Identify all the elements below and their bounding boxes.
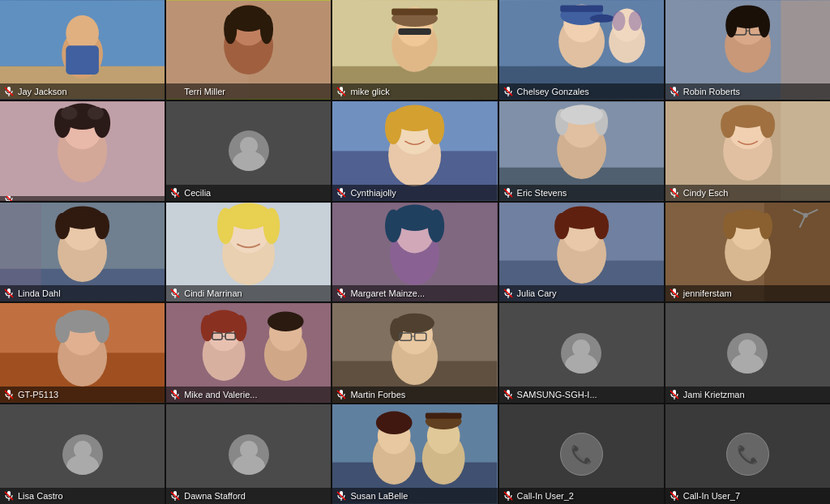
tile-robin-roberts[interactable]: Robin Roberts — [665, 0, 830, 100]
tile-callin-user-7[interactable]: 📞 Call-In User_7 — [665, 404, 830, 504]
avatar-circle — [727, 333, 768, 374]
avatar-body — [731, 353, 764, 374]
participant-label: Cindi Marrinan — [166, 285, 331, 301]
participant-name: Cindy Esch — [683, 188, 729, 198]
svg-point-130 — [554, 212, 569, 239]
avatar-circle — [229, 130, 269, 171]
svg-point-112 — [263, 207, 280, 244]
svg-point-91 — [721, 111, 735, 138]
participant-label: Mike and Valerie... — [166, 387, 331, 403]
participant-label: Robin Roberts — [665, 83, 830, 100]
tile-eric-stevens[interactable]: Eric Stevens — [499, 101, 664, 201]
tile-susan-labelle[interactable]: Susan LaBelle — [332, 404, 497, 504]
participant-label: Cindy Esch — [665, 185, 830, 201]
participant-label: jenniferstam — [665, 285, 830, 301]
phone-icon-large: 📞 — [559, 432, 604, 476]
tile-mike-glick[interactable]: mike glick — [332, 0, 497, 100]
tile-dawna-stafford[interactable]: Dawna Stafford — [166, 404, 331, 504]
mic-muted-icon — [169, 288, 181, 299]
tile-cecilia[interactable]: Cecilia — [166, 101, 331, 201]
mic-muted-icon — [3, 389, 15, 400]
svg-point-120 — [385, 209, 401, 242]
participant-label: Dawna Stafford — [166, 488, 331, 504]
svg-point-14 — [260, 15, 273, 45]
tile-gt-p5113[interactable]: GT-P5113 — [0, 303, 165, 403]
mic-muted-icon — [169, 389, 181, 400]
participant-label: Jami Krietzman — [665, 387, 830, 403]
svg-point-131 — [593, 212, 608, 239]
svg-point-72 — [428, 111, 444, 144]
mic-muted-icon — [669, 389, 680, 400]
tile-callin-user-2[interactable]: 📞 Call-In User_2 — [499, 404, 664, 504]
participant-label — [0, 196, 165, 201]
svg-point-82 — [560, 105, 603, 124]
mic-muted-icon — [3, 86, 15, 97]
svg-point-154 — [55, 317, 70, 344]
tile-jay-jackson[interactable]: Jay Jackson — [0, 0, 165, 100]
participant-name: Mike and Valerie... — [184, 390, 257, 399]
mic-muted-icon — [669, 86, 680, 97]
participant-name: Terri Miller — [184, 87, 225, 96]
participant-name: Margaret Mainze... — [350, 288, 425, 298]
svg-point-71 — [385, 111, 401, 144]
tile-mike-and-valerie[interactable]: Mike and Valerie... — [166, 303, 331, 403]
tile-lisa-castro[interactable]: Lisa Castro — [0, 404, 165, 504]
video-grid: Jay Jackson Terri Miller — [0, 0, 830, 504]
tile-terri-miller[interactable]: Terri Miller — [166, 0, 331, 100]
svg-rect-206 — [426, 413, 462, 419]
participant-label: GT-P5113 — [0, 387, 165, 403]
participant-name: Cecilia — [184, 188, 211, 198]
tile-linda-dahl[interactable]: Linda Dahl — [0, 203, 165, 302]
svg-point-47 — [725, 13, 737, 37]
tile-samsung-sgh[interactable]: SAMSUNG-SGH-I... — [499, 303, 664, 403]
tile-jenniferstam[interactable]: jenniferstam — [665, 203, 830, 302]
tile-jami-krietzman[interactable]: Jami Krietzman — [665, 303, 830, 403]
tile-julia-cary[interactable]: Julia Cary — [499, 203, 664, 302]
mic-muted-icon — [3, 196, 15, 201]
svg-point-34 — [612, 11, 625, 31]
mic-muted-icon — [503, 389, 514, 400]
participant-name: Cindi Marrinan — [184, 288, 242, 298]
svg-rect-4 — [66, 45, 99, 75]
participant-name: Jay Jackson — [18, 87, 67, 96]
participant-label: Call-In User_7 — [665, 488, 830, 504]
tile-chelsey-gonzales[interactable]: Chelsey Gonzales — [499, 0, 664, 100]
mic-muted-icon — [503, 187, 514, 199]
svg-point-13 — [224, 15, 237, 45]
svg-point-92 — [760, 111, 775, 138]
participant-label: Cynthiajolly — [332, 185, 497, 201]
participant-label: Lisa Castro — [0, 488, 165, 504]
participant-name: Jami Krietzman — [683, 390, 745, 399]
svg-point-31 — [589, 15, 614, 23]
tile-cynthiajolly[interactable]: Cynthiajolly — [332, 101, 497, 201]
tile-margaret-mainze[interactable]: Margaret Mainze... — [332, 203, 497, 302]
mic-muted-icon — [336, 86, 347, 97]
participant-label: Terri Miller — [166, 83, 331, 100]
svg-point-111 — [217, 207, 233, 244]
participant-label: SAMSUNG-SGH-I... — [499, 387, 664, 403]
participant-name: Call-In User_7 — [683, 491, 740, 501]
tile-martin-forbes[interactable]: Martin Forbes — [332, 303, 497, 403]
participant-name: Linda Dahl — [18, 288, 61, 298]
svg-text:📞: 📞 — [571, 443, 593, 465]
svg-point-48 — [759, 13, 770, 37]
participant-label: Jay Jackson — [0, 83, 165, 100]
participant-label: Chelsey Gonzales — [499, 83, 664, 100]
svg-point-35 — [628, 11, 641, 31]
participant-name: Martin Forbes — [350, 390, 405, 399]
avatar-body — [233, 455, 265, 475]
svg-rect-21 — [399, 28, 432, 35]
avatar-circle — [229, 434, 269, 475]
mic-muted-icon — [503, 288, 514, 299]
tile-cindi-marrinan[interactable]: Cindi Marrinan — [166, 203, 331, 302]
participant-name: Call-In User_2 — [517, 491, 574, 501]
participant-label: Julia Cary — [499, 285, 664, 301]
svg-rect-20 — [392, 9, 439, 15]
mic-muted-icon — [669, 187, 680, 199]
tile-cindy-esch[interactable]: Cindy Esch — [665, 101, 830, 201]
participant-label: mike glick — [332, 83, 497, 100]
svg-point-59 — [88, 106, 104, 119]
participant-label: Margaret Mainze... — [332, 285, 497, 301]
participant-label: Susan LaBelle — [332, 488, 497, 504]
tile-person1[interactable] — [0, 101, 165, 201]
